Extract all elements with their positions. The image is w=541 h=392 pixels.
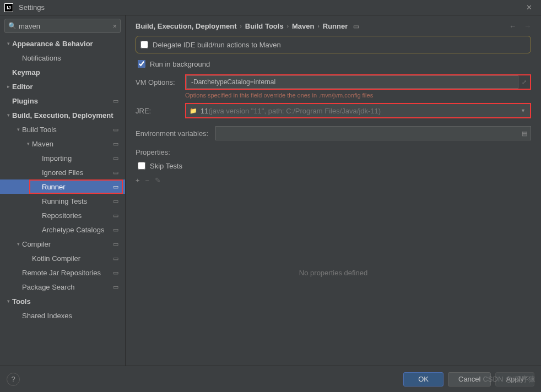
vm-options-highlight: ⤢: [185, 74, 531, 90]
list-icon[interactable]: ▤: [518, 130, 531, 137]
delegate-label: Delegate IDE build/run actions to Maven: [153, 41, 281, 49]
chevron-down-icon: ▾: [4, 41, 12, 46]
main: 🔍 × ▾ Appearance & Behavior Notification…: [0, 15, 541, 366]
settings-tree: ▾ Appearance & Behavior Notifications Ke…: [0, 36, 125, 366]
no-properties-text: No properties defined: [299, 269, 367, 277]
vm-options-label: VM Options:: [136, 78, 185, 86]
gear-icon: ▭: [113, 269, 121, 276]
ok-button[interactable]: OK: [403, 372, 443, 386]
env-input[interactable]: ▤: [215, 126, 531, 140]
tree-notifications[interactable]: Notifications: [0, 51, 125, 65]
footer: ? OK Cancel Apply: [0, 366, 541, 392]
tree-maven[interactable]: ▾ Maven ▭: [0, 137, 125, 151]
tree-kotlin[interactable]: Kotlin Compiler ▭: [0, 251, 125, 265]
env-row: Environment variables: ▤: [136, 126, 531, 140]
folder-icon: 📁: [186, 107, 201, 115]
chevron-down-icon: ▼: [516, 108, 530, 113]
chevron-down-icon: ▾: [4, 112, 12, 118]
window-title: Settings: [19, 3, 45, 12]
tree-plugins[interactable]: Plugins ▭: [0, 94, 125, 108]
delegate-checkbox[interactable]: [140, 41, 148, 48]
gear-icon: ▭: [113, 97, 121, 105]
breadcrumb-item[interactable]: Build Tools: [245, 22, 284, 30]
edit-icon[interactable]: ✎: [155, 176, 161, 184]
search-box[interactable]: 🔍 ×: [4, 19, 121, 33]
tree-bed[interactable]: ▾ Build, Execution, Deployment: [0, 108, 125, 122]
help-button[interactable]: ?: [7, 373, 20, 386]
chevron-right-icon: ›: [317, 23, 319, 29]
vm-options-input[interactable]: [186, 75, 518, 89]
remove-icon[interactable]: −: [145, 176, 150, 184]
gear-icon: ▭: [113, 126, 121, 133]
tree-editor[interactable]: ▸ Editor: [0, 79, 125, 94]
search-icon: 🔍: [8, 22, 17, 30]
gear-icon: ▭: [353, 23, 359, 30]
close-icon[interactable]: ✕: [522, 1, 537, 14]
tree-compiler[interactable]: ▾ Compiler ▭: [0, 237, 125, 251]
chevron-down-icon: ▾: [4, 298, 12, 304]
delegate-checkbox-row[interactable]: Delegate IDE build/run actions to Maven: [140, 39, 526, 51]
tree-importing[interactable]: Importing ▭: [0, 151, 125, 165]
breadcrumb-current: Runner: [323, 22, 348, 30]
jre-detail: (java version "11", path: C:/Program Fil…: [208, 107, 381, 115]
chevron-right-icon: ▸: [4, 84, 12, 89]
breadcrumb-item[interactable]: Build, Execution, Deployment: [136, 22, 236, 30]
tree-ignored[interactable]: Ignored Files ▭: [0, 165, 125, 179]
tree-keymap[interactable]: Keymap: [0, 65, 125, 79]
breadcrumb-nav: ← →: [509, 22, 531, 30]
skip-tests-label: Skip Tests: [150, 162, 182, 170]
watermark: CSDN @j程序猿: [483, 374, 535, 384]
properties-toolbar: + − ✎: [136, 176, 531, 184]
tree-repositories[interactable]: Repositories ▭: [0, 208, 125, 222]
chevron-down-icon: ▾: [24, 141, 32, 146]
tree-running-tests[interactable]: Running Tests ▭: [0, 194, 125, 208]
back-icon[interactable]: ←: [509, 22, 516, 30]
tree-remote-jar[interactable]: Remote Jar Repositories ▭: [0, 265, 125, 280]
chevron-down-icon: ▾: [14, 241, 22, 247]
clear-search-icon[interactable]: ×: [112, 22, 117, 30]
tree-archetype[interactable]: Archetype Catalogs ▭: [0, 222, 125, 237]
gear-icon: ▭: [113, 212, 121, 219]
run-bg-checkbox[interactable]: [138, 60, 145, 68]
jre-label: JRE:: [136, 107, 185, 115]
jre-row: JRE: 📁 11 (java version "11", path: C:/P…: [136, 103, 531, 118]
gear-icon: ▭: [113, 198, 121, 205]
chevron-right-icon: ›: [240, 23, 241, 29]
tree-runner[interactable]: Runner ▭: [0, 179, 125, 194]
properties-label: Properties:: [136, 148, 531, 156]
titlebar: IJ Settings ✕: [0, 0, 541, 15]
gear-icon: ▭: [113, 183, 121, 190]
tree-tools[interactable]: ▾ Tools: [0, 294, 125, 308]
tree-package-search[interactable]: Package Search ▭: [0, 280, 125, 294]
chevron-right-icon: ›: [287, 23, 289, 29]
tree-shared-idx[interactable]: Shared Indexes: [0, 308, 125, 323]
jre-value: 11: [201, 107, 208, 115]
app-icon: IJ: [4, 3, 13, 12]
gear-icon: ▭: [113, 284, 121, 291]
add-icon[interactable]: +: [136, 176, 140, 184]
jre-dropdown[interactable]: 📁 11 (java version "11", path: C:/Progra…: [185, 103, 531, 118]
run-bg-row[interactable]: Run in background: [138, 58, 531, 70]
gear-icon: ▭: [113, 140, 121, 148]
skip-tests-row[interactable]: Skip Tests: [138, 160, 531, 172]
tree-build-tools[interactable]: ▾ Build Tools ▭: [0, 122, 125, 137]
gear-icon: ▭: [113, 226, 121, 233]
gear-icon: ▭: [113, 155, 121, 162]
skip-tests-checkbox[interactable]: [138, 162, 145, 170]
run-bg-label: Run in background: [150, 60, 210, 68]
tree-appearance[interactable]: ▾ Appearance & Behavior: [0, 36, 125, 51]
sidebar: 🔍 × ▾ Appearance & Behavior Notification…: [0, 15, 126, 366]
delegate-panel: Delegate IDE build/run actions to Maven: [136, 36, 531, 53]
properties-area: No properties defined: [136, 187, 531, 359]
gear-icon: ▭: [113, 169, 121, 176]
gear-icon: ▭: [113, 255, 121, 262]
env-label: Environment variables:: [136, 129, 215, 138]
breadcrumb-item[interactable]: Maven: [292, 22, 314, 30]
expand-icon[interactable]: ⤢: [518, 79, 530, 86]
gear-icon: ▭: [113, 241, 121, 248]
search-input[interactable]: [19, 22, 112, 30]
forward-icon[interactable]: →: [524, 22, 531, 30]
content-panel: Build, Execution, Deployment › Build Too…: [126, 15, 541, 366]
breadcrumb: Build, Execution, Deployment › Build Too…: [136, 22, 531, 30]
vm-options-row: VM Options: ⤢: [136, 74, 531, 90]
